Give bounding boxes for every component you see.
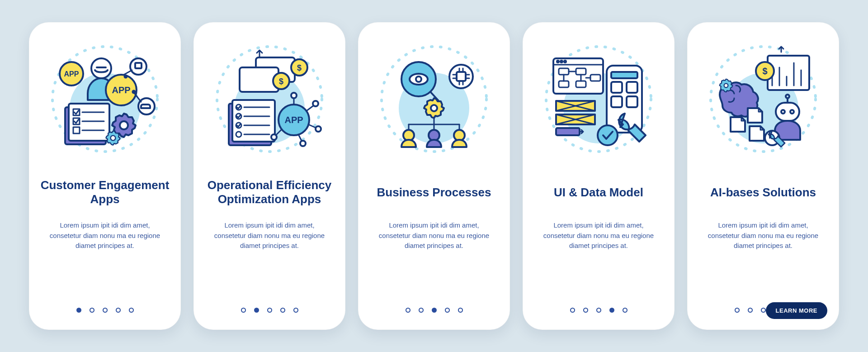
svg-text:$: $	[297, 63, 302, 72]
card-description: Lorem ipsum ipit idi dim amet, consetetu…	[43, 220, 166, 252]
page-dot[interactable]	[241, 308, 246, 313]
page-dot[interactable]	[419, 308, 424, 313]
pagination-dots	[76, 308, 134, 313]
page-dot[interactable]	[458, 308, 463, 313]
pagination-dots	[570, 308, 627, 313]
page-dot[interactable]	[406, 308, 410, 313]
svg-point-104	[598, 125, 618, 145]
card-description: Lorem ipsum ipit idi dim amet, consetetu…	[702, 220, 825, 252]
svg-point-115	[724, 84, 728, 88]
card-title: UI & Data Model	[554, 171, 643, 214]
learn-more-button[interactable]: LEARN MORE	[766, 302, 827, 319]
card-description: Lorem ipsum ipit idi dim amet, consetetu…	[537, 220, 660, 252]
page-dot[interactable]	[90, 308, 94, 313]
svg-text:APP: APP	[112, 85, 130, 95]
svg-point-47	[313, 101, 318, 106]
svg-point-13	[132, 90, 135, 93]
customer-engagement-icon: APP APP	[46, 40, 164, 158]
page-dot[interactable]	[748, 308, 753, 313]
svg-point-7	[130, 58, 146, 75]
page-dot[interactable]	[570, 308, 575, 313]
page-dot[interactable]	[103, 308, 108, 313]
pagination-dots	[406, 308, 463, 313]
svg-point-60	[449, 65, 473, 88]
onboarding-card: UI & Data Model Lorem ipsum ipit idi dim…	[523, 22, 675, 330]
page-dot[interactable]	[761, 308, 766, 313]
page-dot[interactable]	[583, 308, 588, 313]
svg-point-85	[564, 61, 566, 62]
page-dot[interactable]	[293, 308, 298, 313]
svg-point-57	[410, 74, 428, 85]
svg-point-11	[124, 75, 127, 78]
svg-rect-33	[232, 100, 275, 142]
svg-point-49	[316, 126, 321, 132]
svg-line-10	[124, 70, 132, 75]
page-dot[interactable]	[267, 308, 272, 313]
page-dot[interactable]	[609, 308, 614, 313]
card-description: Lorem ipsum ipit idi dim amet, consetetu…	[208, 220, 331, 252]
page-dot[interactable]	[76, 308, 81, 313]
svg-rect-81	[553, 58, 603, 94]
svg-text:APP: APP	[64, 70, 79, 78]
svg-text:APP: APP	[284, 115, 303, 125]
svg-rect-103	[556, 128, 580, 135]
card-title: AI-bases Solutions	[710, 171, 816, 214]
svg-text:$: $	[279, 77, 283, 86]
page-dot[interactable]	[596, 308, 601, 313]
card-title: Operational Efficiency Optimization Apps	[204, 171, 335, 214]
onboarding-card: APP APP	[29, 22, 181, 330]
card-description: Lorem ipsum ipit idi dim amet, consetetu…	[373, 220, 495, 252]
svg-point-45	[291, 93, 297, 98]
svg-point-23	[111, 136, 116, 141]
page-dot[interactable]	[254, 308, 259, 313]
svg-point-84	[561, 61, 562, 62]
svg-point-51	[300, 141, 306, 146]
page-dot[interactable]	[445, 308, 450, 313]
onboarding-card: $ $ APP	[193, 22, 345, 330]
operational-efficiency-icon: $ $ APP	[211, 40, 328, 158]
svg-point-83	[557, 61, 559, 62]
business-processes-icon	[375, 40, 493, 158]
card-title: Customer Engagement Apps	[40, 171, 170, 214]
onboarding-card: Business Processes Lorem ipsum ipit idi …	[358, 22, 510, 330]
svg-point-53	[271, 134, 277, 140]
svg-point-70	[431, 105, 437, 111]
ui-data-model-icon	[540, 40, 657, 158]
svg-rect-92	[611, 72, 637, 78]
page-dot[interactable]	[735, 308, 740, 313]
page-dot[interactable]	[129, 308, 134, 313]
ai-solutions-icon: $	[704, 40, 822, 158]
page-dot[interactable]	[623, 308, 627, 313]
onboarding-card: $	[687, 22, 839, 330]
svg-text:$: $	[762, 66, 767, 76]
svg-line-46	[307, 105, 314, 111]
page-dot[interactable]	[116, 308, 121, 313]
svg-rect-116	[776, 103, 799, 121]
svg-point-22	[120, 121, 128, 129]
pagination-dots	[241, 308, 298, 313]
page-dot[interactable]	[432, 308, 437, 313]
card-title: Business Processes	[377, 171, 491, 214]
page-dot[interactable]	[280, 308, 285, 313]
